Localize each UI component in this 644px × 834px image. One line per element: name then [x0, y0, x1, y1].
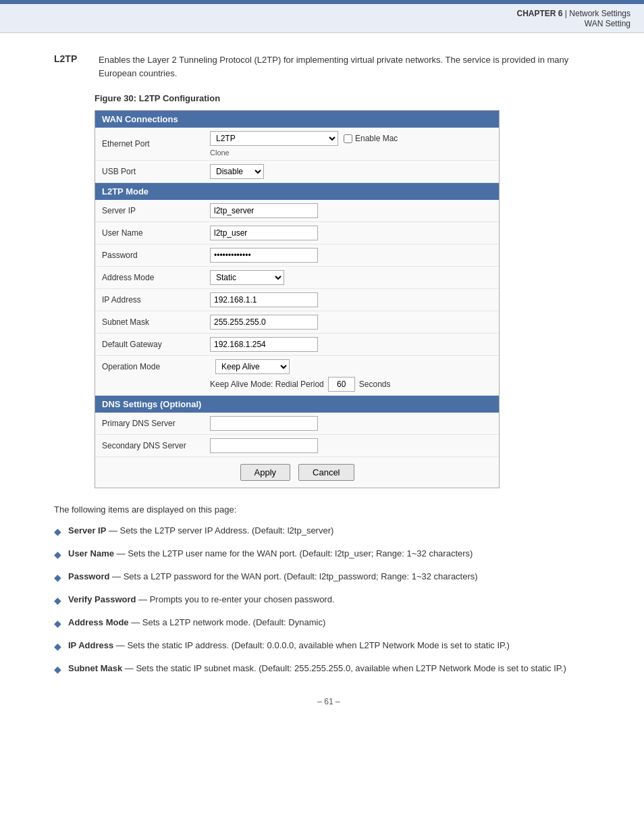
user-name-label: User Name: [102, 228, 210, 238]
usb-port-label: USB Port: [102, 167, 210, 176]
secondary-dns-label: Secondary DNS Server: [102, 441, 210, 450]
primary-dns-input[interactable]: [210, 416, 318, 431]
desc-list: ◆ Server IP — Sets the L2TP server IP Ad…: [54, 524, 603, 677]
operation-mode-label: Operation Mode: [102, 362, 210, 371]
primary-dns-label: Primary DNS Server: [102, 419, 210, 428]
desc-item-subnet-mask: Subnet Mask — Sets the static IP subnet …: [68, 662, 566, 677]
ethernet-port-select[interactable]: L2TP DHCP Static PPPoE PPTP: [210, 131, 338, 146]
redial-input[interactable]: [328, 377, 355, 392]
address-mode-select[interactable]: Static Dynamic: [210, 270, 284, 285]
desc-item-server-ip: Server IP — Sets the L2TP server IP Addr…: [68, 524, 333, 539]
subnet-mask-input[interactable]: [210, 315, 318, 330]
chapter-subtitle: WAN Setting: [585, 19, 630, 28]
user-name-row: User Name: [95, 222, 499, 244]
server-ip-label: Server IP: [102, 206, 210, 215]
address-mode-label: Address Mode: [102, 273, 210, 282]
bullet-icon: ◆: [54, 525, 61, 539]
secondary-dns-row: Secondary DNS Server: [95, 435, 499, 457]
ethernet-port-label: Ethernet Port: [102, 139, 210, 149]
list-item: ◆ IP Address — Sets the static IP addres…: [54, 639, 603, 654]
bullet-icon: ◆: [54, 571, 61, 585]
l2tp-mode-header: L2TP Mode: [95, 183, 499, 200]
desc-item-password: Password — Sets a L2TP password for the …: [68, 570, 478, 585]
server-ip-row: Server IP: [95, 200, 499, 222]
keep-alive-sub: Keep Alive Mode: Redial Period Seconds: [102, 377, 390, 392]
button-row: Apply Cancel: [95, 457, 499, 488]
config-box: WAN Connections Ethernet Port L2TP DHCP …: [95, 110, 500, 488]
default-gateway-input[interactable]: [210, 337, 318, 352]
default-gateway-label: Default Gateway: [102, 340, 210, 349]
ethernet-port-row: Ethernet Port L2TP DHCP Static PPPoE PPT…: [95, 128, 499, 161]
bullet-icon: ◆: [54, 662, 61, 677]
cancel-button[interactable]: Cancel: [298, 464, 354, 481]
operation-mode-row: Operation Mode Keep Alive On Demand Keep…: [95, 356, 499, 396]
desc-item-address-mode: Address Mode — Sets a L2TP network mode.…: [68, 616, 325, 631]
ip-address-label: IP Address: [102, 295, 210, 305]
intro-text: Enables the Layer 2 Tunneling Protocol (…: [99, 53, 603, 80]
desc-intro: The following items are displayed on thi…: [54, 504, 603, 515]
password-row: Password: [95, 244, 499, 267]
bullet-icon: ◆: [54, 640, 61, 654]
operation-mode-select[interactable]: Keep Alive On Demand: [215, 359, 290, 374]
usb-port-row: USB Port Disable Enable: [95, 161, 499, 183]
desc-item-ip-address: IP Address — Sets the static IP address.…: [68, 639, 510, 654]
bullet-icon: ◆: [54, 594, 61, 608]
bullet-icon: ◆: [54, 548, 61, 562]
address-mode-row: Address Mode Static Dynamic: [95, 267, 499, 289]
usb-port-select[interactable]: Disable Enable: [210, 164, 264, 179]
subnet-mask-row: Subnet Mask: [95, 311, 499, 334]
user-name-input[interactable]: [210, 226, 318, 240]
subnet-mask-label: Subnet Mask: [102, 317, 210, 327]
bullet-icon: ◆: [54, 617, 61, 631]
wan-connections-header: WAN Connections: [95, 111, 499, 128]
default-gateway-row: Default Gateway: [95, 334, 499, 356]
ip-address-input[interactable]: [210, 292, 318, 307]
enable-mac-checkbox[interactable]: [344, 134, 352, 143]
desc-item-verify-password: Verify Password — Prompts you to re-ente…: [68, 593, 335, 608]
password-label: Password: [102, 251, 210, 260]
apply-button[interactable]: Apply: [240, 464, 291, 481]
list-item: ◆ Password — Sets a L2TP password for th…: [54, 570, 603, 585]
primary-dns-row: Primary DNS Server: [95, 413, 499, 435]
chapter-label: CHAPTER 6 | Network Settings: [516, 9, 630, 18]
dns-settings-header: DNS Settings (Optional): [95, 396, 499, 413]
list-item: ◆ Server IP — Sets the L2TP server IP Ad…: [54, 524, 603, 539]
list-item: ◆ Verify Password — Prompts you to re-en…: [54, 593, 603, 608]
main-content: L2TP Enables the Layer 2 Tunneling Proto…: [0, 33, 644, 727]
chapter-header: CHAPTER 6 | Network Settings WAN Setting: [0, 4, 644, 33]
intro-section: L2TP Enables the Layer 2 Tunneling Proto…: [54, 53, 603, 80]
clone-text: Clone: [210, 149, 230, 157]
list-item: ◆ User Name — Sets the L2TP user name fo…: [54, 547, 603, 562]
secondary-dns-input[interactable]: [210, 438, 318, 453]
seconds-label: Seconds: [359, 380, 391, 389]
password-input[interactable]: [210, 248, 318, 263]
desc-item-user-name: User Name — Sets the L2TP user name for …: [68, 547, 473, 562]
server-ip-input[interactable]: [210, 203, 318, 218]
list-item: ◆ Address Mode — Sets a L2TP network mod…: [54, 616, 603, 631]
page-number: – 61 –: [54, 697, 603, 706]
keep-alive-label: Keep Alive Mode: Redial Period: [210, 380, 324, 389]
enable-mac-label[interactable]: Enable Mac: [344, 134, 398, 143]
list-item: ◆ Subnet Mask — Sets the static IP subne…: [54, 662, 603, 677]
figure-caption: Figure 30: L2TP Configuration: [95, 93, 603, 103]
description-section: The following items are displayed on thi…: [54, 504, 603, 677]
intro-label: L2TP: [54, 53, 88, 80]
ip-address-row: IP Address: [95, 289, 499, 311]
